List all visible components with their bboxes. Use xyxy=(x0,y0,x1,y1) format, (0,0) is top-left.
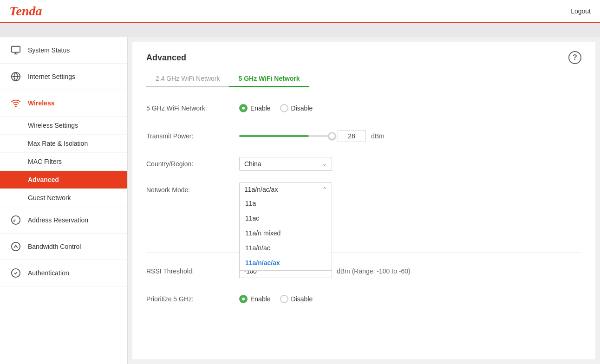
sidebar-item-mac-filters[interactable]: MAC Filters xyxy=(0,153,127,171)
sidebar-item-wireless-settings[interactable]: Wireless Settings xyxy=(0,117,127,135)
sidebar-item-address-reservation[interactable]: IP Address Reservation xyxy=(0,207,127,234)
transmit-power-value: 28 xyxy=(338,130,365,142)
header: Tenda Logout xyxy=(0,0,600,23)
wifi-network-control: Enable Disable xyxy=(239,104,581,112)
layout: System Status Internet Settings xyxy=(0,37,600,364)
logo: Tenda xyxy=(9,4,42,19)
ip-icon: IP xyxy=(9,214,22,227)
svg-text:IP: IP xyxy=(13,219,17,223)
wifi-enable-label: Enable xyxy=(250,104,271,112)
network-mode-control: 11a/n/ac/ax ⌃ 11a 11ac 11a/n mixed xyxy=(239,182,581,196)
sidebar-item-max-rate-isolation[interactable]: Max Rate & Isolation xyxy=(0,135,127,153)
prioritize-disable-label: Disable xyxy=(291,295,313,303)
tab-2.4ghz[interactable]: 2.4 GHz WiFi Network xyxy=(146,71,229,87)
sidebar-item-wireless[interactable]: Wireless xyxy=(0,90,127,117)
country-region-label: Country/Region: xyxy=(146,160,239,168)
sidebar: System Status Internet Settings xyxy=(0,37,128,364)
prioritize-enable-label: Enable xyxy=(250,295,271,303)
sidebar-item-bandwidth-control-label: Bandwidth Control xyxy=(28,243,81,250)
transmit-power-slider-fill xyxy=(239,135,309,137)
rssi-threshold-label: RSSI Threshold: xyxy=(146,267,239,275)
network-mode-select[interactable]: 11a/n/ac/ax ⌃ xyxy=(239,182,332,196)
sidebar-item-wireless-label: Wireless xyxy=(28,99,54,107)
prioritize-5ghz-control: Enable Disable xyxy=(239,295,581,303)
transmit-power-slider-container: 28 dBm xyxy=(239,130,385,142)
prioritize-enable-radio[interactable] xyxy=(239,295,248,303)
sidebar-item-bandwidth-control[interactable]: Bandwidth Control xyxy=(0,234,127,260)
prioritize-5ghz-radio-group: Enable Disable xyxy=(239,295,313,303)
transmit-power-row: Transmit Power: 28 dBm xyxy=(146,127,581,145)
transmit-power-slider-track[interactable] xyxy=(239,135,332,137)
network-mode-dropdown-wrapper: 11a/n/ac/ax ⌃ 11a 11ac 11a/n mixed xyxy=(239,182,332,196)
sidebar-item-authentication-label: Authentication xyxy=(28,269,69,277)
network-mode-value: 11a/n/ac/ax xyxy=(244,186,278,193)
network-mode-row: Network Mode: 11a/n/ac/ax ⌃ 11a 11ac xyxy=(146,182,581,201)
subheader xyxy=(0,23,600,37)
network-mode-option-11an-mixed[interactable]: 11a/n mixed xyxy=(240,226,332,240)
tabs: 2.4 GHz WiFi Network 5 GHz WiFi Network xyxy=(146,71,581,87)
chevron-down-icon: ⌄ xyxy=(322,161,327,167)
rssi-threshold-row: RSSI Threshold: dBm (Range: -100 to -60) xyxy=(146,262,581,280)
transmit-power-label: Transmit Power: xyxy=(146,132,239,140)
sidebar-item-system-status[interactable]: System Status xyxy=(0,37,127,64)
country-region-select[interactable]: China ⌄ xyxy=(239,157,332,171)
monitor-icon xyxy=(9,44,22,57)
network-mode-dropdown-menu: 11a 11ac 11a/n mixed 11a/n/ac xyxy=(239,196,332,271)
sidebar-item-address-reservation-label: Address Reservation xyxy=(28,216,88,224)
prioritize-5ghz-row: Prioritize 5 GHz: Enable Disable xyxy=(146,290,581,308)
wifi-disable-option[interactable]: Disable xyxy=(280,104,313,112)
page-title: Advanced xyxy=(146,53,186,63)
help-icon[interactable]: ? xyxy=(568,51,581,64)
prioritize-5ghz-label: Prioritize 5 GHz: xyxy=(146,295,239,303)
country-region-value: China xyxy=(244,160,261,168)
page-header: Advanced ? xyxy=(146,51,581,64)
prioritize-disable-radio[interactable] xyxy=(280,295,288,303)
network-mode-option-11ac[interactable]: 11ac xyxy=(240,211,332,226)
chevron-up-icon: ⌃ xyxy=(322,186,327,193)
sidebar-item-authentication[interactable]: Authentication xyxy=(0,260,127,286)
transmit-power-unit: dBm xyxy=(371,132,385,140)
wifi-enable-option[interactable]: Enable xyxy=(239,104,271,112)
wifi-disable-radio[interactable] xyxy=(280,104,288,112)
prioritize-enable-option[interactable]: Enable xyxy=(239,295,271,303)
svg-rect-0 xyxy=(12,46,20,52)
wifi-network-row: 5 GHz WiFi Network: Enable Disable xyxy=(146,99,581,117)
wifi-enable-radio[interactable] xyxy=(239,104,248,112)
main-content: Advanced ? 2.4 GHz WiFi Network 5 GHz Wi… xyxy=(132,42,595,359)
network-mode-option-11anacax[interactable]: 11a/n/ac/ax xyxy=(240,255,332,270)
svg-point-5 xyxy=(15,106,16,107)
transmit-power-slider-thumb[interactable] xyxy=(328,132,336,140)
network-mode-option-11anac[interactable]: 11a/n/ac xyxy=(240,240,332,255)
globe-icon xyxy=(9,70,22,83)
wifi-network-radio-group: Enable Disable xyxy=(239,104,313,112)
form-divider xyxy=(146,252,581,253)
auth-icon xyxy=(9,266,22,280)
transmit-power-control: 28 dBm xyxy=(239,130,581,142)
bandwidth-icon xyxy=(9,240,22,253)
wifi-icon xyxy=(9,97,22,110)
form: 5 GHz WiFi Network: Enable Disable xyxy=(146,99,581,308)
sidebar-item-guest-network[interactable]: Guest Network xyxy=(0,189,127,207)
rssi-threshold-unit: dBm (Range: -100 to -60) xyxy=(337,267,411,275)
svg-point-8 xyxy=(12,242,20,251)
sidebar-item-system-status-label: System Status xyxy=(28,46,70,54)
tab-5ghz[interactable]: 5 GHz WiFi Network xyxy=(229,71,309,87)
network-mode-label: Network Mode: xyxy=(146,182,239,194)
prioritize-disable-option[interactable]: Disable xyxy=(280,295,313,303)
wifi-disable-label: Disable xyxy=(291,104,313,112)
sidebar-item-advanced[interactable]: Advanced xyxy=(0,171,127,189)
country-region-row: Country/Region: China ⌄ xyxy=(146,155,581,173)
sidebar-item-internet-settings-label: Internet Settings xyxy=(28,73,75,80)
wifi-network-label: 5 GHz WiFi Network: xyxy=(146,104,239,112)
logout-button[interactable]: Logout xyxy=(571,7,591,15)
sidebar-item-internet-settings[interactable]: Internet Settings xyxy=(0,64,127,90)
network-mode-option-11a[interactable]: 11a xyxy=(240,196,332,211)
country-region-control: China ⌄ xyxy=(239,157,581,171)
